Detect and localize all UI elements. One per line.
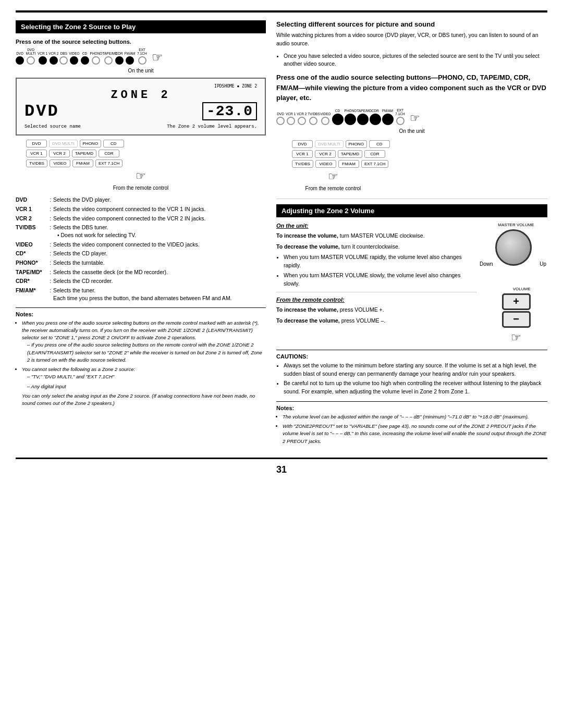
remote-cdr-btn[interactable]: CDR (99, 150, 119, 157)
display-source: DVD (25, 102, 59, 121)
diff-sources-bullets: Once you have selected a video source, p… (276, 52, 547, 69)
r-remote-dvdmulti-btn[interactable]: DVD MULTI (315, 140, 344, 148)
cd-btn[interactable] (81, 56, 89, 65)
r-dvd-btn[interactable] (276, 117, 285, 125)
vcr1-btn[interactable] (39, 56, 47, 65)
notes-title-left: Notes: (16, 311, 266, 317)
volume-main: On the unit: To increase the volume, tur… (276, 223, 477, 344)
on-the-unit-label-1: On the unit (16, 68, 266, 73)
right-remote-row-1: DVD DVD MULTI PHONO CD (292, 140, 390, 148)
display-source-label: Selected source name (25, 124, 81, 129)
r-remote-ext71-btn[interactable]: EXT 7.1CH (361, 160, 388, 168)
left-column: Selecting the Zone 2 Source to Play Pres… (16, 20, 266, 447)
notes-box-left: Notes: When you press one of the audio s… (16, 307, 266, 408)
decrease-vol-remote-para: To decrease the volume, press VOLUME –. (276, 317, 477, 325)
remote-vcr1-btn[interactable]: VCR 1 (26, 150, 47, 157)
volume-remote-visual: VOLUME + − ☞ (502, 287, 531, 344)
on-the-unit-label-2: On the unit (276, 128, 547, 134)
r-remote-video-btn[interactable]: VIDEO (315, 160, 336, 168)
r-remote-fmam-btn[interactable]: FM/AM (338, 160, 359, 168)
remote-video-btn[interactable]: VIDEO (50, 159, 70, 167)
hand-pointer-remote: ☞ (16, 169, 266, 183)
r-remote-cd-btn[interactable]: CD (369, 140, 390, 148)
r-remote-tapemd-btn[interactable]: TAPE/MD (338, 150, 362, 158)
source-item-tapemd: TAPE/MD* : Selects the cassette deck (or… (16, 268, 266, 276)
from-remote-label-2: From the remote control (276, 186, 390, 191)
right-source-buttons-unit: DVD VCR 1 VCR 2 TV/DBS VIDEO CD PHONO TA… (276, 108, 547, 134)
remote-phono-btn[interactable]: PHONO (80, 140, 101, 147)
vol-minus-btn[interactable]: − (502, 311, 531, 328)
dbs-btn[interactable] (59, 56, 68, 65)
fmam-btn[interactable] (126, 56, 134, 65)
r-vcr2-btn[interactable] (298, 117, 306, 125)
decrease-vol-para: To decrease the volume, turn it counterc… (276, 243, 477, 251)
vcr2-btn[interactable] (50, 56, 58, 65)
remote-grid: DVD DVD MULTI PHONO CD VCR 1 VCR 2 TAPE/… (26, 140, 266, 167)
r-remote-tvdbs-btn[interactable]: TV/DBS (292, 160, 313, 168)
source-item-tvdbs: TV/DBS : Selects the DBS tuner. • Does n… (16, 224, 266, 239)
volume-btn-label: VOLUME (502, 287, 531, 291)
display-zone: ZONE 2 (25, 89, 257, 102)
cautions-title: CAUTIONS: (276, 353, 547, 360)
r-fmam-btn[interactable] (382, 114, 394, 125)
increase-vol-para: To increase the volume, turn MASTER VOLU… (276, 232, 477, 240)
r-cd-btn[interactable] (332, 114, 344, 125)
r-tapemd-btn[interactable] (357, 114, 369, 125)
volume-section: On the unit: To increase the volume, tur… (276, 223, 547, 344)
vol-plus-btn[interactable]: + (502, 293, 531, 310)
remote-cd-btn[interactable]: CD (103, 140, 124, 147)
master-volume-label: MASTER VOLUME (498, 223, 534, 227)
on-unit-title: On the unit: (276, 223, 477, 229)
remote-tvdbs-btn[interactable]: TV/DBS (26, 159, 47, 167)
source-item-cd: CD* : Selects the CD player. (16, 250, 266, 257)
remote-dvdmulti-btn[interactable]: DVD MULTI (49, 140, 78, 147)
remote-fmam-btn[interactable]: FM/AM (72, 159, 93, 167)
r-cdr-btn[interactable] (370, 114, 381, 125)
cautions-list: Always set the volume to the minimum bef… (276, 362, 547, 396)
display-volume-label: The Zone 2 volume level appears. (167, 124, 257, 129)
remote-vcr2-btn[interactable]: VCR 2 (49, 150, 70, 157)
tapemd-btn[interactable] (104, 56, 113, 65)
r-remote-dvd-btn[interactable]: DVD (292, 140, 313, 148)
hand-pointer-vol: ☞ (511, 331, 521, 344)
remote-dvd-btn[interactable]: DVD (26, 140, 47, 147)
display-indicator: IPDSHOME ▪ ZONE 2 (25, 84, 257, 89)
remote-tapemd-btn[interactable]: TAPE/MD (72, 150, 96, 157)
r-remote-vcr1-btn[interactable]: VCR 1 (292, 150, 313, 158)
cdr-btn[interactable] (115, 56, 124, 65)
down-label: Down (480, 261, 493, 267)
r-remote-vcr2-btn[interactable]: VCR 2 (315, 150, 336, 158)
right-remote-row-3: TV/DBS VIDEO FM/AM EXT 7.1CH (292, 160, 390, 168)
r-video-btn[interactable] (321, 117, 329, 125)
section-divider (276, 199, 547, 199)
controls-visual: MASTER VOLUME Down Up VOLUME + − (485, 223, 547, 344)
source-item-dvd: DVD : Selects the DVD player. (16, 196, 266, 204)
r-vcr1-btn[interactable] (287, 117, 295, 125)
dvd-btn[interactable] (16, 56, 24, 65)
r-tvdbs-btn[interactable] (309, 117, 317, 125)
source-item-vcr1: VCR 1 : Selects the video component conn… (16, 205, 266, 213)
video-btn[interactable] (70, 56, 78, 65)
source-item-video: VIDEO : Selects the video component conn… (16, 241, 266, 249)
adjust-volume-section: Adjusting the Zone 2 Volume On the unit:… (276, 204, 547, 445)
diff-sources-para1: While watching pictures from a video sou… (276, 31, 547, 48)
bold-instruction-section: Press one of the audio source selecting … (276, 72, 547, 193)
master-volume-knob-area: MASTER VOLUME Down Up (495, 223, 537, 271)
knob-wrapper: Down Up (495, 229, 537, 271)
r-remote-phono-btn[interactable]: PHONO (346, 140, 367, 148)
source-item-phono: PHONO* : Selects the turntable. (16, 259, 266, 267)
right-column: Selecting different sources for picture … (276, 20, 547, 447)
dvd-multi-btn[interactable] (27, 56, 35, 65)
source-item-vcr2: VCR 2 : Selects the video component conn… (16, 215, 266, 223)
source-item-fmam: FM/AM* : Selects the tuner. Each time yo… (16, 287, 266, 302)
phono-btn[interactable] (92, 56, 100, 65)
display-box: IPDSHOME ▪ ZONE 2 ZONE 2 DVD -23.0 Selec… (16, 78, 266, 135)
r-ext71-btn[interactable] (396, 117, 405, 125)
ext71-btn[interactable] (138, 56, 146, 65)
hand-pointer-right: ☞ (410, 112, 420, 125)
knob-circle[interactable] (495, 229, 532, 266)
vol-divider (276, 292, 477, 292)
r-remote-cdr-btn[interactable]: CDR (364, 150, 385, 158)
remote-ext71-btn[interactable]: EXT 7.1CH (95, 159, 123, 167)
r-phono-btn[interactable] (345, 114, 356, 125)
